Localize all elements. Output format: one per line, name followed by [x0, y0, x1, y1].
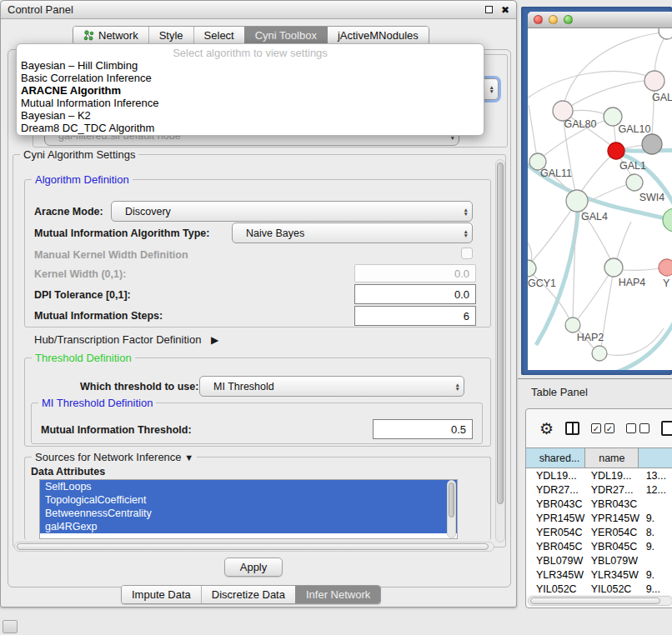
algorithm-option[interactable]: Bayesian – K2	[17, 109, 484, 122]
network-window-titlebar[interactable]	[528, 12, 672, 28]
network-node-gcy1[interactable]	[528, 260, 536, 277]
network-canvas[interactable]: GALGAL80GAL10GAL1SWI4GAL11GAL4GCY1HAP4YH…	[528, 28, 672, 370]
table-row[interactable]: YLR345WYLR345W9.	[526, 568, 672, 582]
tab-infer-network[interactable]: Infer Network	[295, 586, 380, 603]
column-header-label: shared...	[539, 452, 580, 464]
checked-checkbox-icon[interactable]: ✓	[591, 423, 601, 433]
table-cell: YER054C	[586, 525, 639, 539]
network-edge[interactable]	[563, 32, 665, 108]
table-row[interactable]: YBR045CYBR045C9.	[526, 539, 672, 553]
network-node-gal4[interactable]	[566, 190, 588, 212]
network-node-hap2[interactable]	[565, 318, 580, 332]
algorithm-option[interactable]: Bayesian – Hill Climbing	[17, 59, 484, 72]
network-edge[interactable]	[529, 105, 537, 158]
close-traffic-light-icon[interactable]	[534, 15, 543, 24]
table-row[interactable]: YIL052CYIL052C9...	[526, 582, 672, 595]
column-header[interactable]: name	[585, 448, 639, 468]
split-view-icon[interactable]	[565, 422, 579, 435]
collapse-arrow-icon[interactable]: ▼	[184, 452, 193, 462]
aracne-mode-combobox[interactable]: Discovery ▲▼	[111, 201, 473, 222]
page-icon[interactable]	[661, 421, 672, 436]
table-horizontal-scrollbar[interactable]	[528, 596, 672, 606]
dpi-tolerance-field[interactable]: 0.0	[354, 284, 476, 304]
network-node-gal1[interactable]	[608, 142, 624, 159]
settings-vertical-scrollbar[interactable]	[495, 159, 505, 542]
network-edge[interactable]	[654, 36, 665, 76]
network-edge[interactable]	[604, 328, 664, 355]
network-node-swi4[interactable]	[626, 174, 643, 191]
apply-button[interactable]: Apply	[224, 558, 283, 577]
table-cell: YBR043C	[586, 497, 639, 511]
tab-impute-data[interactable]: Impute Data	[122, 586, 201, 603]
settings-scrollbar-thumb[interactable]	[497, 162, 504, 504]
table-row[interactable]: YDR27...YDR27...12...	[526, 482, 672, 497]
table-row[interactable]: YDL19...YDL19...13...	[526, 468, 672, 482]
resize-grip[interactable]	[3, 620, 18, 633]
tab-jactivemnodules[interactable]: jActiveMNodules	[327, 27, 429, 44]
network-node-gal[interactable]	[644, 71, 664, 91]
tab-cyni-toolbox[interactable]: Cyni Toolbox	[244, 27, 327, 44]
table-cell: YPR145W	[586, 511, 639, 525]
zoom-traffic-light-icon[interactable]	[564, 15, 573, 24]
network-node-hap4[interactable]	[604, 258, 623, 277]
attribute-list-item[interactable]: TopologicalCoefficient	[40, 493, 457, 507]
tab-select[interactable]: Select	[193, 27, 244, 44]
attribute-list-item[interactable]: BetweennessCentrality	[40, 507, 457, 520]
attributes-scrollbar-thumb[interactable]	[449, 482, 454, 518]
network-node[interactable]	[642, 134, 662, 154]
close-icon[interactable]: ✖	[501, 6, 509, 14]
algorithm-option[interactable]: ARACNE Algorithm	[17, 84, 484, 97]
network-node[interactable]	[659, 28, 672, 39]
mi-threshold-field[interactable]: 0.5	[373, 419, 473, 439]
hub-definition-expander[interactable]: Hub/Transcription Factor Definition ▶	[34, 333, 218, 346]
tab-style[interactable]: Style	[148, 27, 193, 44]
column-header[interactable]	[639, 448, 672, 468]
attribute-list-item[interactable]: SelfLoops	[40, 480, 457, 493]
mi-steps-field[interactable]: 6	[354, 306, 476, 326]
mi-type-combobox[interactable]: Naive Bayes ▲▼	[232, 222, 473, 243]
table-cell	[639, 497, 672, 511]
network-node-y[interactable]	[659, 259, 672, 276]
settings-hscrollbar-thumb[interactable]	[17, 543, 489, 550]
table-cell: YIL052C	[526, 582, 586, 595]
network-edge[interactable]	[530, 207, 574, 263]
network-edge[interactable]	[584, 184, 629, 204]
unchecked-checkbox-icon[interactable]	[626, 423, 636, 433]
network-node-label: HAP4	[619, 277, 646, 288]
network-node[interactable]	[663, 208, 672, 232]
tab-discretize-data[interactable]: Discretize Data	[201, 586, 295, 603]
checked-checkbox-icon[interactable]: ✓	[604, 423, 614, 433]
control-panel-titlebar[interactable]: Control Panel ✖	[1, 1, 516, 19]
table-row[interactable]: YPR145WYPR145W9.	[526, 511, 672, 525]
panel-divider[interactable]	[518, 378, 672, 379]
network-node-label: Y	[663, 278, 670, 289]
mi-steps-value: 6	[464, 310, 469, 322]
settings-horizontal-scrollbar[interactable]	[14, 542, 494, 552]
data-attributes-list[interactable]: SelfLoopsTopologicalCoefficientBetweenne…	[39, 479, 458, 539]
float-window-icon[interactable]	[485, 6, 493, 13]
network-edge[interactable]	[528, 71, 649, 102]
kernel-width-field[interactable]: 0.0	[354, 264, 476, 282]
network-edge[interactable]	[616, 222, 631, 261]
gear-icon[interactable]: ⚙	[539, 419, 554, 438]
attribute-list-item[interactable]: gal4RGexp	[40, 520, 457, 533]
network-edge[interactable]	[579, 155, 612, 195]
table-hscrollbar-thumb[interactable]	[530, 598, 660, 604]
column-header[interactable]: shared...	[526, 448, 585, 468]
algorithm-option[interactable]: Dream8 DC_TDC Algorithm	[17, 122, 484, 134]
table-row[interactable]: YBR043CYBR043C	[526, 497, 672, 511]
manual-kernel-checkbox[interactable]	[461, 248, 473, 259]
network-node[interactable]	[592, 346, 607, 361]
network-edge[interactable]	[621, 268, 660, 270]
tab-network[interactable]: Network	[73, 27, 148, 44]
algorithm-option[interactable]: Mutual Information Inference	[17, 97, 484, 109]
network-edge[interactable]	[565, 80, 652, 109]
algorithm-option[interactable]: Basic Correlation Inference	[17, 72, 484, 84]
table-row[interactable]: YER054CYER054C8.	[526, 525, 672, 539]
minimize-traffic-light-icon[interactable]	[549, 15, 558, 24]
network-edge[interactable]	[577, 272, 610, 320]
unchecked-checkbox-icon[interactable]	[639, 423, 649, 433]
which-threshold-combobox[interactable]: MI Threshold ▲▼	[199, 376, 464, 397]
attributes-vertical-scrollbar[interactable]	[447, 480, 456, 538]
table-row[interactable]: YBL079WYBL079W	[526, 553, 672, 568]
